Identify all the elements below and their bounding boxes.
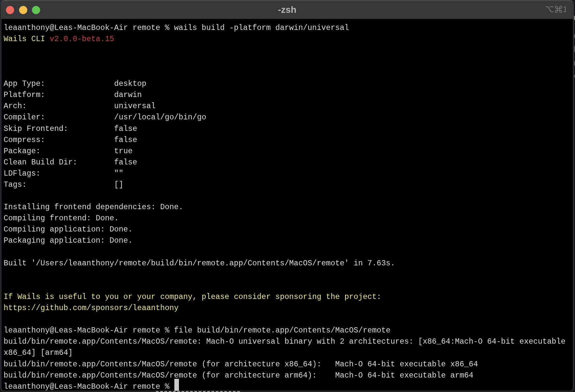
svg-text:1: 1 <box>563 5 566 13</box>
